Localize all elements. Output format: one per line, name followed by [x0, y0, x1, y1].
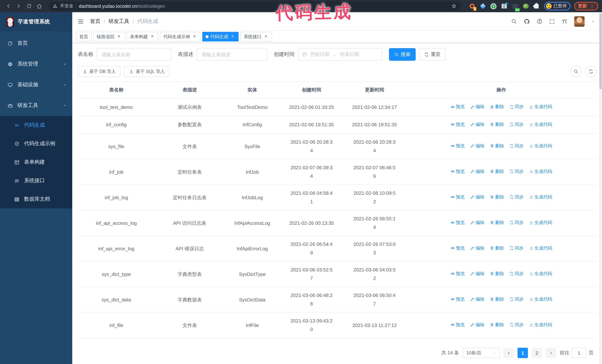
- action-edit-link[interactable]: 编辑: [470, 295, 484, 304]
- action-delete-link[interactable]: 删除: [490, 167, 504, 176]
- action-generate-code-link[interactable]: 生成代码: [529, 218, 552, 227]
- action-edit-link[interactable]: 编辑: [470, 244, 484, 252]
- action-sync-link[interactable]: 同步: [509, 218, 524, 227]
- action-delete-link[interactable]: 删除: [490, 193, 504, 201]
- github-icon[interactable]: [524, 18, 530, 25]
- action-sync-link[interactable]: 同步: [509, 295, 524, 304]
- back-button[interactable]: [4, 2, 13, 10]
- tab-代码生成[interactable]: 代码生成×: [202, 32, 239, 42]
- action-delete-link[interactable]: 删除: [490, 142, 504, 150]
- extension-vue-devtools-icon[interactable]: V: [490, 3, 497, 10]
- close-icon[interactable]: ×: [263, 34, 269, 39]
- action-sync-link[interactable]: 同步: [509, 321, 524, 329]
- import-db-button[interactable]: 基于 DB 导入: [78, 66, 121, 77]
- action-generate-code-link[interactable]: 生成代码: [529, 270, 552, 278]
- address-bar[interactable]: 不安全 dashboard.yudao.iocoder.cn/tool/code…: [48, 1, 461, 11]
- action-edit-link[interactable]: 编辑: [470, 142, 484, 150]
- bookmark-star-icon[interactable]: [451, 3, 457, 9]
- tab-代码生成示例[interactable]: 代码生成示例×: [160, 32, 200, 42]
- chevron-down-icon[interactable]: [591, 19, 595, 23]
- action-generate-code-link[interactable]: 生成代码: [529, 321, 552, 329]
- action-edit-link[interactable]: 编辑: [470, 103, 484, 111]
- action-sync-link[interactable]: 同步: [509, 120, 524, 129]
- action-preview-link[interactable]: 预览: [450, 142, 465, 150]
- tab-系统接口[interactable]: 系统接口×: [240, 32, 272, 42]
- app-logo[interactable]: 芋道管理系统: [0, 12, 72, 31]
- action-generate-code-link[interactable]: 生成代码: [529, 142, 552, 150]
- action-generate-code-link[interactable]: 生成代码: [529, 244, 552, 252]
- forward-button[interactable]: [14, 2, 23, 10]
- action-generate-code-link[interactable]: 生成代码: [529, 120, 552, 129]
- refresh-table-button[interactable]: [585, 66, 596, 77]
- page-button-2[interactable]: 2: [532, 348, 542, 358]
- sidebar-item-dashboard[interactable]: 首页: [0, 33, 72, 54]
- toggle-search-button[interactable]: [570, 66, 582, 77]
- action-delete-link[interactable]: 删除: [490, 321, 504, 329]
- profile-paused-chip[interactable]: 已暂停: [544, 2, 570, 10]
- extension-gem-icon[interactable]: [479, 3, 486, 10]
- action-preview-link[interactable]: 预览: [450, 270, 465, 278]
- action-preview-link[interactable]: 预览: [450, 218, 465, 227]
- extension-switch-icon[interactable]: on: [512, 3, 518, 10]
- action-sync-link[interactable]: 同步: [509, 142, 524, 150]
- action-generate-code-link[interactable]: 生成代码: [529, 295, 552, 304]
- action-preview-link[interactable]: 预览: [450, 167, 465, 176]
- prev-page-button[interactable]: [504, 348, 514, 358]
- next-page-button[interactable]: [546, 348, 556, 358]
- update-browser-button[interactable]: 更新: [574, 2, 598, 10]
- search-button[interactable]: 搜索: [389, 48, 416, 61]
- sidebar-subitem-form[interactable]: 表单构建: [0, 153, 72, 171]
- action-edit-link[interactable]: 编辑: [470, 193, 484, 201]
- page-button-1[interactable]: 1: [517, 348, 528, 358]
- extension-columns-icon[interactable]: [501, 3, 507, 10]
- date-range-picker[interactable]: 开始日期 - 结束日期: [298, 48, 382, 61]
- reload-button[interactable]: [24, 2, 33, 10]
- import-sql-button[interactable]: 基于 SQL 导入: [124, 66, 170, 77]
- table-desc-input[interactable]: [197, 48, 267, 61]
- action-edit-link[interactable]: 编辑: [470, 167, 484, 176]
- sidebar-subitem-example[interactable]: 代码生成示例: [0, 135, 72, 153]
- close-icon[interactable]: ×: [150, 34, 155, 39]
- action-edit-link[interactable]: 编辑: [470, 218, 484, 227]
- table-name-input[interactable]: [97, 48, 171, 61]
- close-icon[interactable]: ×: [192, 34, 197, 39]
- tab-首页[interactable]: 首页: [76, 32, 92, 42]
- home-button[interactable]: [35, 2, 44, 10]
- action-edit-link[interactable]: 编辑: [470, 321, 484, 329]
- reset-button[interactable]: 重置: [419, 48, 446, 61]
- help-icon[interactable]: [537, 18, 543, 24]
- page-size-select[interactable]: 10条/页: [463, 348, 500, 358]
- action-generate-code-link[interactable]: 生成代码: [529, 167, 552, 176]
- sidebar-subitem-sliders[interactable]: 系统接口: [0, 171, 72, 190]
- scrollbar-thumb[interactable]: [599, 13, 602, 89]
- kebab-menu-icon[interactable]: [589, 3, 595, 9]
- sidebar-subitem-code[interactable]: 代码生成: [0, 116, 72, 135]
- action-edit-link[interactable]: 编辑: [470, 270, 484, 278]
- action-preview-link[interactable]: 预览: [450, 244, 465, 252]
- extensions-puzzle-icon[interactable]: [533, 3, 540, 10]
- font-size-icon[interactable]: [561, 18, 568, 25]
- breadcrumb-dev-tools[interactable]: 研发工具: [108, 18, 129, 25]
- action-delete-link[interactable]: 删除: [490, 218, 504, 227]
- user-avatar[interactable]: [574, 16, 585, 26]
- action-delete-link[interactable]: 删除: [490, 244, 504, 252]
- action-edit-link[interactable]: 编辑: [470, 120, 484, 129]
- action-preview-link[interactable]: 预览: [450, 103, 465, 111]
- sidebar-item-toolbox[interactable]: 研发工具: [0, 95, 72, 116]
- fullscreen-icon[interactable]: [549, 18, 555, 24]
- sidebar-item-gear[interactable]: 系统管理: [0, 54, 72, 74]
- sidebar-subitem-dbtable[interactable]: 数据库文档: [0, 190, 72, 208]
- action-sync-link[interactable]: 同步: [509, 167, 524, 176]
- extension-adblock-icon[interactable]: 1: [469, 3, 475, 10]
- window-scrollbar[interactable]: [599, 12, 602, 364]
- action-preview-link[interactable]: 预览: [450, 295, 465, 304]
- action-preview-link[interactable]: 预览: [450, 193, 465, 201]
- action-generate-code-link[interactable]: 生成代码: [529, 193, 552, 201]
- search-icon[interactable]: [511, 18, 517, 24]
- action-delete-link[interactable]: 删除: [490, 120, 504, 129]
- action-delete-link[interactable]: 删除: [490, 270, 504, 278]
- goto-page-input[interactable]: [572, 348, 586, 358]
- extension-frog-icon[interactable]: [522, 3, 529, 10]
- hamburger-icon[interactable]: [77, 18, 84, 25]
- close-icon[interactable]: ×: [230, 34, 235, 39]
